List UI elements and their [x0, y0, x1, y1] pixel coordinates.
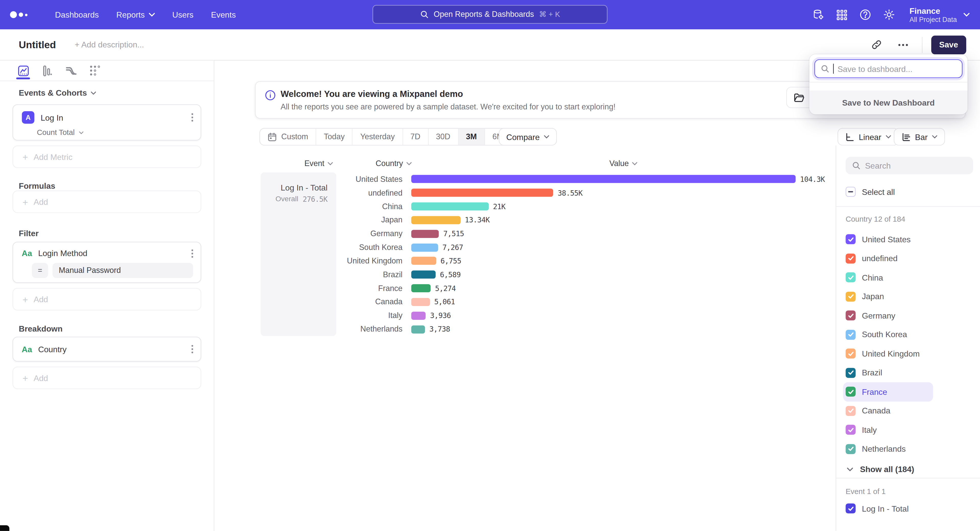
- data-sources-icon[interactable]: [813, 9, 824, 21]
- chart-type-selector[interactable]: Bar: [894, 128, 945, 146]
- bar[interactable]: [411, 216, 460, 224]
- country-checkbox[interactable]: [845, 425, 856, 435]
- country-checkbox[interactable]: [845, 330, 856, 339]
- filter-property[interactable]: Login Method: [38, 249, 87, 258]
- bar[interactable]: [411, 230, 439, 238]
- scale-selector[interactable]: Linear: [838, 128, 899, 146]
- country-checkbox[interactable]: [845, 254, 856, 263]
- country-list-item[interactable]: France: [843, 382, 933, 401]
- country-list-item[interactable]: Canada: [836, 401, 891, 420]
- event-checkbox[interactable]: [845, 504, 856, 514]
- breakdown-property[interactable]: Country: [38, 345, 67, 354]
- country-list-item[interactable]: Netherlands: [836, 439, 906, 458]
- report-title[interactable]: Untitled: [19, 39, 56, 50]
- metric-card[interactable]: A Log In Count Total: [13, 104, 201, 141]
- save-button[interactable]: Save: [931, 35, 966, 54]
- nav-item-dashboards[interactable]: Dashboards: [46, 0, 107, 29]
- retention-tab-icon[interactable]: [89, 65, 100, 76]
- country-checkbox[interactable]: [845, 387, 856, 397]
- country-checkbox[interactable]: [845, 368, 856, 378]
- funnels-tab-icon[interactable]: [41, 65, 53, 76]
- insights-tab-icon[interactable]: [18, 65, 30, 76]
- kebab-icon[interactable]: [191, 249, 193, 258]
- country-checkbox[interactable]: [845, 311, 856, 320]
- bar[interactable]: [411, 257, 436, 265]
- country-list-item[interactable]: Japan: [836, 287, 884, 306]
- country-list-item[interactable]: undefined: [836, 249, 897, 268]
- bar[interactable]: [411, 284, 431, 292]
- country-list-item[interactable]: Germany: [836, 306, 895, 325]
- add-filter-button[interactable]: + Add: [13, 288, 201, 311]
- banner-subtitle: All the reports you see are powered by a…: [281, 103, 616, 111]
- country-label: South Korea: [862, 330, 907, 339]
- check-icon: [847, 293, 854, 300]
- mixpanel-logo[interactable]: [10, 11, 27, 18]
- country-column-header[interactable]: Country: [375, 159, 412, 168]
- project-switcher[interactable]: Finance All Project Data: [910, 6, 970, 24]
- country-checkbox[interactable]: [845, 406, 856, 416]
- bar[interactable]: [411, 298, 430, 306]
- date-range-option[interactable]: 30D: [428, 128, 458, 145]
- legend-search-input[interactable]: Search: [845, 157, 973, 174]
- country-checkbox[interactable]: [845, 235, 856, 244]
- more-options-icon[interactable]: [894, 40, 912, 50]
- kebab-icon[interactable]: [191, 113, 193, 122]
- country-list-item[interactable]: United Kingdom: [836, 344, 920, 363]
- add-breakdown-button[interactable]: + Add: [13, 367, 201, 389]
- metric-aggregation[interactable]: Count Total: [37, 128, 200, 137]
- check-icon: [847, 505, 854, 512]
- metric-name[interactable]: Log In: [41, 113, 63, 122]
- string-type-badge: Aa: [21, 345, 33, 354]
- event-series-cell[interactable]: Log In - Total Overall 276.5K: [261, 173, 336, 336]
- select-all-toggle[interactable]: Select all: [845, 187, 895, 197]
- nav-item-users[interactable]: Users: [164, 0, 202, 29]
- filter-operator[interactable]: =: [32, 263, 48, 278]
- global-search-button[interactable]: Open Reports & Dashboards ⌘ + K: [372, 5, 608, 24]
- dashboard-search-input[interactable]: Save to dashboard...: [815, 59, 963, 78]
- country-list-item[interactable]: Italy: [836, 420, 877, 439]
- date-range-option[interactable]: Custom: [260, 128, 317, 145]
- events-cohorts-header[interactable]: Events & Cohorts: [19, 88, 96, 97]
- date-range-option[interactable]: Yesterday: [353, 128, 403, 145]
- country-list-item[interactable]: Brazil: [836, 363, 882, 382]
- value-column-header[interactable]: Value: [609, 159, 638, 168]
- country-checkbox[interactable]: [845, 273, 856, 282]
- filter-card[interactable]: Aa Login Method = Manual Password: [13, 242, 201, 283]
- country-list-item[interactable]: China: [836, 268, 883, 287]
- kebab-icon[interactable]: [191, 345, 193, 353]
- event-list-item[interactable]: Log In - Total: [845, 504, 908, 514]
- filter-value[interactable]: Manual Password: [52, 263, 193, 278]
- help-icon[interactable]: [859, 9, 872, 21]
- apps-grid-icon[interactable]: [836, 9, 848, 21]
- bar[interactable]: [411, 203, 488, 211]
- bar[interactable]: [411, 325, 425, 333]
- chevron-down-icon: [544, 135, 550, 139]
- select-all-checkbox[interactable]: [845, 187, 856, 197]
- country-list-item[interactable]: South Korea: [836, 325, 907, 344]
- country-list-item[interactable]: United States: [836, 230, 911, 249]
- bar[interactable]: [411, 175, 795, 183]
- add-formula-button[interactable]: + Add: [13, 190, 201, 213]
- nav-item-reports[interactable]: Reports: [107, 0, 163, 29]
- flows-tab-icon[interactable]: [65, 65, 78, 76]
- compare-button[interactable]: Compare: [499, 128, 557, 146]
- add-description-field[interactable]: + Add description...: [75, 40, 144, 49]
- bar[interactable]: [411, 189, 553, 197]
- save-to-new-dashboard-button[interactable]: Save to New Dashboard: [809, 90, 967, 114]
- show-all-toggle[interactable]: Show all (184): [836, 460, 914, 478]
- date-range-option[interactable]: 7D: [403, 128, 428, 145]
- bar[interactable]: [411, 271, 435, 279]
- settings-gear-icon[interactable]: [883, 9, 895, 21]
- add-metric-button[interactable]: + Add Metric: [13, 146, 201, 168]
- bar[interactable]: [411, 243, 438, 252]
- country-checkbox[interactable]: [845, 444, 856, 454]
- copy-link-icon[interactable]: [867, 36, 885, 54]
- bar[interactable]: [411, 311, 426, 320]
- date-range-option[interactable]: Today: [316, 128, 353, 145]
- date-range-option[interactable]: 3M: [458, 128, 485, 145]
- country-checkbox[interactable]: [845, 349, 856, 358]
- country-checkbox[interactable]: [845, 292, 856, 301]
- breakdown-card[interactable]: Aa Country: [13, 337, 201, 361]
- event-column-header[interactable]: Event: [304, 159, 333, 168]
- nav-item-events[interactable]: Events: [202, 0, 245, 29]
